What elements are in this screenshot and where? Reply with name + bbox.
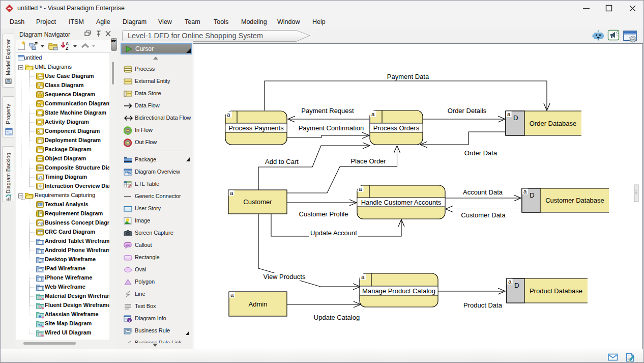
svg-text:Customer Profile: Customer Profile [299, 210, 348, 218]
svg-text:Order Details: Order Details [448, 107, 487, 115]
svg-text:Process Orders: Process Orders [373, 124, 420, 132]
svg-text:a: a [507, 111, 511, 117]
svg-text:a: a [230, 190, 233, 196]
svg-text:View Products: View Products [264, 273, 306, 281]
svg-text:a: a [361, 274, 365, 280]
svg-text:D: D [513, 114, 518, 122]
svg-text:Update Catalog: Update Catalog [314, 314, 360, 321]
svg-text:Order Data: Order Data [464, 149, 497, 157]
svg-text:Update Account: Update Account [310, 229, 357, 237]
svg-text:Customer Database: Customer Database [545, 197, 604, 204]
svg-text:Z: Z [66, 46, 68, 51]
svg-text:i: i [129, 318, 130, 323]
svg-text:Payment Request: Payment Request [301, 107, 354, 115]
svg-text:D: D [530, 191, 535, 199]
svg-text:Handle Customer Accounts: Handle Customer Accounts [361, 199, 442, 206]
svg-text:Payment Data: Payment Data [387, 73, 429, 80]
svg-text:Order Database: Order Database [530, 120, 577, 127]
svg-text:a: a [230, 292, 234, 298]
svg-text:Admin: Admin [249, 300, 268, 308]
svg-text:Product Database: Product Database [530, 287, 582, 295]
svg-text:Add to Cart: Add to Cart [265, 158, 299, 165]
svg-text:Place Order: Place Order [350, 157, 386, 165]
svg-text:a: a [227, 111, 230, 118]
svg-text:Level-1 DFD for Online Shoppin: Level-1 DFD for Online Shopping System [128, 32, 263, 40]
svg-text:Customer Data: Customer Data [461, 211, 506, 219]
svg-text:a: a [523, 188, 527, 194]
svg-text:Account Data: Account Data [463, 188, 503, 196]
svg-text:a: a [359, 186, 362, 192]
svg-text:Manage Product Catalog: Manage Product Catalog [362, 287, 435, 295]
svg-text:Customer: Customer [243, 198, 272, 206]
svg-text:Payment Confirmation: Payment Confirmation [299, 124, 364, 132]
svg-text:Process Payments: Process Payments [228, 124, 284, 132]
svg-text:D: D [514, 282, 519, 289]
svg-text:a: a [371, 111, 375, 117]
svg-text:a: a [508, 278, 512, 285]
svg-text:Product Data: Product Data [463, 301, 503, 309]
